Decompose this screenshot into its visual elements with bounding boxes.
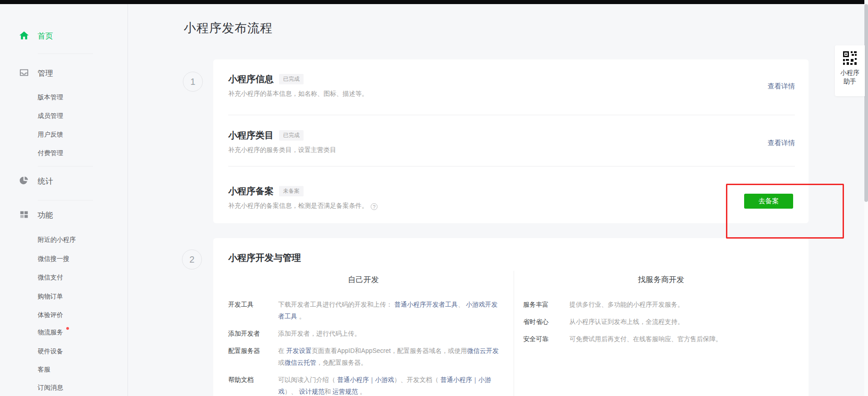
status-badge: 已完成: [279, 130, 304, 141]
row-desc-text: 补充小程序的备案信息，检测是否满足备案条件。: [228, 202, 368, 209]
inline-link[interactable]: 开发设置: [286, 347, 312, 354]
sidebar-item-features[interactable]: 功能: [0, 209, 128, 221]
inline-text: 、: [458, 301, 466, 308]
sidebar-item-experience-review[interactable]: 体验评价: [38, 311, 63, 319]
inline-link[interactable]: 运营规范: [333, 388, 358, 395]
sidebar-divider: [38, 200, 93, 200]
sidebar-item-version-manage[interactable]: 版本管理: [38, 93, 63, 102]
svc-row-rich-service: 服务丰富 提供多行业、多功能的小程序开发服务。: [523, 298, 800, 310]
dev-row-label: 添加开发者: [228, 328, 278, 339]
inline-link[interactable]: 微信云开发: [467, 347, 499, 354]
dev-row-tools: 开发工具 下载开发者工具进行代码的开发和上传： 普通小程序开发者工具、 小游戏开…: [228, 298, 500, 322]
step-1-number: 1: [183, 72, 203, 92]
sidebar-item-hardware-device[interactable]: 硬件设备: [38, 347, 63, 356]
inline-link[interactable]: 微信云托管: [284, 359, 316, 366]
sidebar-item-logistics-service[interactable]: 物流服务: [38, 328, 63, 337]
sidebar-item-paid-manage[interactable]: 付费管理: [38, 149, 63, 157]
dev-row-help-docs: 帮助文档 可以阅读入门介绍（ 普通小程序｜小游戏）、开发文档（ 普通小程序｜小游…: [228, 374, 500, 396]
row-title-miniprogram-info: 小程序信息已完成: [228, 73, 304, 85]
dev-row-text: 可以阅读入门介绍（ 普通小程序｜小游戏）、开发文档（ 普通小程序｜小游戏）、 设…: [278, 374, 500, 396]
row-divider: [228, 115, 795, 115]
inline-text: 或: [278, 359, 284, 366]
step-2-title: 小程序开发与管理: [228, 252, 301, 264]
row-desc: 补充小程序的基本信息，如名称、图标、描述等。: [228, 90, 368, 98]
go-filing-button[interactable]: 去备案: [744, 194, 793, 209]
window-top-bar: [0, 0, 868, 4]
assistant-label-line2: 助手: [835, 77, 865, 86]
svc-row-text: 可免费试用后再支付、在线客服响应、官方售后保障。: [569, 333, 796, 345]
scrollbar-thumb[interactable]: [864, 4, 868, 202]
sidebar-item-statistics[interactable]: 统计: [0, 175, 128, 187]
help-question-icon[interactable]: ?: [371, 203, 378, 210]
sidebar-divider: [38, 54, 93, 54]
publish-flow-card: 小程序信息已完成 补充小程序的基本信息，如名称、图标、描述等。 查看详情 小程序…: [213, 59, 809, 223]
svc-row-save-time: 省时省心 从小程序认证到发布上线，全流程支持。: [523, 316, 800, 328]
self-develop-header: 自己开发: [213, 274, 514, 285]
view-details-link[interactable]: 查看详情: [768, 82, 795, 91]
step-2-number: 2: [182, 249, 202, 269]
dev-row-add-developer: 添加开发者 添加开发者，进行代码上传。: [228, 328, 500, 339]
sidebar-item-nearby-miniprogram[interactable]: 附近的小程序: [38, 236, 76, 244]
inline-text: 在: [278, 347, 286, 354]
dev-row-label: 帮助文档: [228, 374, 278, 396]
qr-code-icon: [843, 51, 857, 65]
sidebar-item-user-feedback[interactable]: 用户反馈: [38, 131, 63, 139]
row-title-miniprogram-icp-filing: 小程序备案未备案: [228, 185, 304, 197]
inline-link[interactable]: 设计规范: [299, 388, 324, 395]
inline-link[interactable]: 普通小程序: [441, 376, 472, 383]
inline-text: 。: [358, 388, 366, 395]
inline-text: 和: [324, 388, 333, 395]
svc-row-label: 安全可靠: [523, 333, 569, 345]
inline-text: ）、开发文档（: [394, 376, 441, 383]
inline-link[interactable]: ｜: [369, 376, 375, 383]
sidebar-item-subscribe-message[interactable]: 订阅消息: [38, 384, 63, 392]
sidebar-item-shopping-orders[interactable]: 购物订单: [38, 293, 63, 301]
sidebar: 首页 管理 版本管理 成员管理 用户反馈 付费管理 统计: [0, 4, 128, 396]
status-badge: 已完成: [279, 74, 304, 84]
view-details-link[interactable]: 查看详情: [768, 139, 795, 147]
sidebar-divider: [38, 166, 93, 166]
assistant-label-line1: 小程序: [835, 68, 865, 77]
row-desc: 补充小程序的服务类目，设置主营类目: [228, 146, 336, 154]
sidebar-item-label: 首页: [38, 31, 53, 41]
dev-row-configure-server: 配置服务器 在 开发设置页面查看AppID和AppSecret，配置服务器域名，…: [228, 345, 500, 368]
sidebar-item-home[interactable]: 首页: [0, 30, 128, 42]
inline-text: 下载开发者工具进行代码的开发和上传：: [278, 301, 394, 308]
home-icon: [19, 30, 29, 40]
sidebar-item-manage[interactable]: 管理: [0, 67, 128, 79]
page-title: 小程序发布流程: [184, 20, 273, 36]
notification-dot: [66, 327, 69, 330]
inline-link[interactable]: ｜: [472, 376, 479, 383]
miniprogram-assistant-widget[interactable]: 小程序 助手: [835, 45, 865, 96]
wechat-miniprogram-console: 首页 管理 版本管理 成员管理 用户反馈 付费管理 统计: [0, 0, 868, 396]
vendor-develop-header: 找服务商开发: [514, 274, 809, 285]
dev-row-label: 配置服务器: [228, 345, 278, 368]
sidebar-item-wechat-search[interactable]: 微信搜一搜: [38, 255, 69, 263]
row-title-text: 小程序信息: [228, 74, 274, 84]
dev-row-label: 开发工具: [228, 298, 278, 322]
row-title-text: 小程序类目: [228, 130, 274, 140]
row-title-miniprogram-category: 小程序类目已完成: [228, 129, 304, 142]
inline-text: ）、: [284, 388, 299, 395]
inline-text: ，免配置服务器。: [316, 359, 367, 366]
inline-text: 。: [297, 313, 305, 320]
svc-row-text: 从小程序认证到发布上线，全流程支持。: [569, 316, 796, 328]
inline-link[interactable]: 小游戏: [375, 376, 394, 383]
svc-row-label: 服务丰富: [523, 298, 569, 310]
sidebar-item-customer-service[interactable]: 客服: [38, 366, 50, 374]
svc-row-safe-reliable: 安全可靠 可免费试用后再支付、在线客服响应、官方售后保障。: [523, 333, 800, 345]
row-desc: 补充小程序的备案信息，检测是否满足备案条件。?: [228, 202, 378, 210]
self-develop-rows: 开发工具 下载开发者工具进行代码的开发和上传： 普通小程序开发者工具、 小游戏开…: [228, 298, 500, 396]
scrollbar-track: [864, 0, 868, 396]
inline-link[interactable]: 普通小程序开发者工具: [394, 301, 458, 308]
inline-link[interactable]: 普通小程序: [337, 376, 369, 383]
sidebar-item-wechat-pay[interactable]: 微信支付: [38, 274, 63, 282]
row-divider: [228, 166, 795, 166]
sidebar-item-label: 功能: [38, 210, 53, 220]
svc-row-label: 省时省心: [523, 316, 569, 328]
sidebar-item-member-manage[interactable]: 成员管理: [38, 112, 63, 120]
dev-row-text: 添加开发者，进行代码上传。: [278, 328, 500, 339]
sidebar-item-label: 物流服务: [38, 328, 63, 336]
inbox-icon: [19, 68, 29, 78]
dev-row-text: 下载开发者工具进行代码的开发和上传： 普通小程序开发者工具、 小游戏开发者工具 …: [278, 298, 500, 322]
